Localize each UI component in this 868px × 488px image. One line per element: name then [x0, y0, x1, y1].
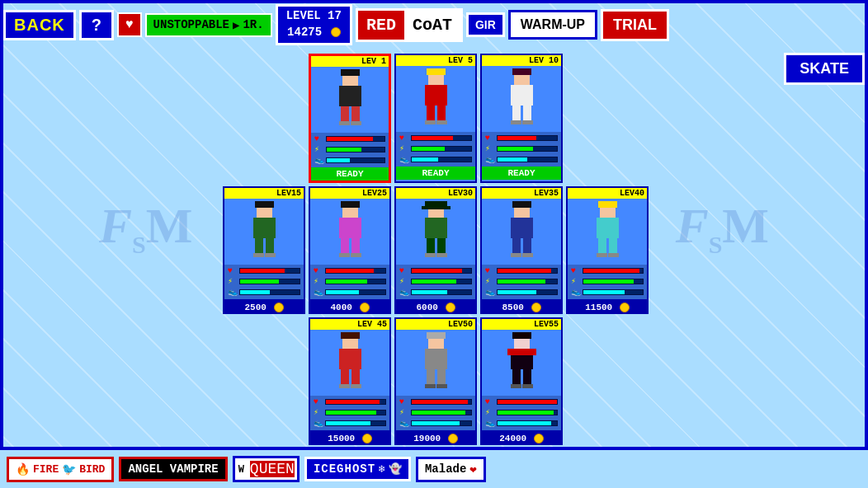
trial-button[interactable]: TRIAL: [601, 9, 669, 41]
unstoppable-suffix: 1R.: [243, 18, 263, 31]
svg-rect-25: [266, 238, 274, 253]
svg-rect-68: [437, 369, 446, 384]
char-wrapper-lev45[interactable]: LEV 45 ♥: [309, 317, 391, 445]
unstoppable-bar: UNSTOPPABLE ▶ 1R.: [145, 13, 272, 37]
queen-badge[interactable]: W QUEEN: [233, 456, 300, 482]
girl-button[interactable]: GIR: [466, 12, 505, 37]
stats-4: ♥ ⚡ 👟: [224, 265, 304, 299]
svg-rect-16: [511, 85, 533, 106]
svg-rect-69: [425, 384, 436, 388]
level-badge-8: LEV40: [568, 188, 647, 199]
queen-prefix: W: [235, 458, 248, 480]
sprite-4: [235, 199, 293, 265]
char-card-lev50[interactable]: LEV50 ♥: [394, 317, 477, 432]
watermark-right: FSM: [676, 198, 769, 259]
sprite-10: [407, 330, 465, 396]
svg-rect-41: [425, 253, 436, 257]
svg-rect-1: [341, 69, 360, 76]
price-6: 6000: [394, 301, 477, 314]
help-button[interactable]: ?: [79, 10, 114, 40]
level-badge-3: LEV 10: [482, 55, 561, 66]
lives-indicator: ♥: [117, 12, 142, 37]
svg-rect-40: [437, 238, 446, 253]
svg-rect-46: [512, 238, 521, 253]
fire-bird-badge[interactable]: 🔥 FIRE 🐦 BIRD: [7, 457, 114, 482]
stats-8: ♥ ⚡ 👟: [568, 265, 647, 299]
char-wrapper-lev55[interactable]: LEV55 ♥: [480, 317, 563, 445]
char-card-lev1[interactable]: LEV 1 ♥: [309, 54, 391, 183]
char-card-lev35[interactable]: LEV35 ♥: [480, 186, 563, 301]
stats-7: ♥ ⚡ 👟: [482, 265, 561, 299]
ice-ghost-label: ICEGHOST: [314, 462, 375, 476]
char-card-lev40[interactable]: LEV40 ♥: [566, 186, 649, 301]
level-badge-6: LEV30: [396, 188, 475, 199]
skate-button[interactable]: SKATE: [784, 53, 865, 85]
svg-rect-29: [341, 201, 360, 208]
price-8: 11500: [566, 301, 649, 314]
ghost-icon: 👻: [389, 462, 402, 476]
malade-badge[interactable]: Malade ❤: [416, 457, 486, 482]
sprite-9: [321, 330, 379, 396]
char-wrapper-lev30[interactable]: LEV30 ♥: [394, 186, 477, 314]
svg-rect-47: [523, 238, 531, 253]
svg-rect-18: [523, 106, 531, 120]
svg-rect-45: [511, 218, 533, 238]
svg-rect-19: [511, 120, 521, 124]
price-7: 8500: [480, 301, 563, 314]
char-wrapper-lev25[interactable]: LEV25 ♥: [309, 186, 391, 314]
svg-rect-70: [436, 384, 447, 388]
char-wrapper-lev15[interactable]: LEV15 ♥: [223, 186, 305, 314]
char-wrapper-lev40[interactable]: LEV40 ♥: [566, 186, 649, 314]
arrow-icon: ▶: [233, 18, 239, 32]
angel-vampire-label: ANGEL VAMPIRE: [128, 462, 218, 476]
coin-icon: [331, 27, 341, 37]
svg-rect-58: [341, 332, 360, 339]
svg-rect-67: [427, 369, 435, 384]
level-badge-7: LEV35: [482, 188, 561, 199]
coins-value: 14275: [286, 25, 342, 41]
sprite-7: [493, 199, 550, 265]
angel-vampire-badge[interactable]: ANGEL VAMPIRE: [119, 457, 227, 481]
sprite-3: [493, 66, 550, 132]
char-card-lev25[interactable]: LEV25 ♥: [309, 186, 391, 301]
ice-ghost-badge[interactable]: ICEGHOST ❄ 👻: [304, 457, 411, 481]
sprite-8: [578, 199, 636, 265]
heart-icon: ♥: [125, 17, 134, 32]
char-card-lev10[interactable]: LEV 10 ♥: [480, 54, 563, 183]
ready-label-1: READY: [311, 167, 389, 181]
sprite-11: [493, 330, 550, 396]
svg-rect-15: [512, 68, 531, 75]
malade-label: Malade: [425, 462, 466, 476]
char-card-lev5[interactable]: LEV 5 ♥: [394, 54, 477, 183]
char-card-lev15[interactable]: LEV15 ♥: [223, 186, 305, 301]
level-badge-10: LEV50: [396, 319, 475, 330]
char-wrapper-lev35[interactable]: LEV35 ♥: [480, 186, 563, 314]
stats-5: ♥ ⚡ 👟: [310, 265, 389, 299]
svg-rect-60: [341, 369, 349, 384]
svg-rect-39: [427, 238, 435, 253]
svg-rect-56: [608, 253, 619, 257]
svg-rect-9: [425, 85, 447, 106]
bottom-row: LEV 45 ♥: [223, 317, 649, 445]
stats-2: ♥ ⚡ 👟: [396, 132, 475, 167]
char-card-lev55[interactable]: LEV55 ♥: [480, 317, 563, 432]
svg-rect-32: [351, 238, 360, 253]
level-box: LEVEL 17 14275: [276, 4, 352, 45]
stats-11: ♥ ⚡ 👟: [482, 396, 561, 430]
level-label: LEVEL 17: [286, 8, 342, 25]
char-wrapper-lev50[interactable]: LEV50 ♥: [394, 317, 477, 445]
svg-rect-66: [425, 349, 447, 369]
svg-rect-62: [339, 384, 350, 388]
svg-rect-48: [511, 253, 521, 257]
price-10: 19000: [394, 432, 477, 445]
char-card-lev45[interactable]: LEV 45 ♥: [309, 317, 391, 432]
warmup-button[interactable]: WARM-UP: [508, 10, 597, 40]
level-badge-11: LEV55: [482, 319, 561, 330]
red-label: RED: [358, 11, 404, 40]
svg-rect-49: [522, 253, 533, 257]
svg-rect-22: [255, 201, 274, 208]
ready-label-3: READY: [482, 167, 561, 180]
sprite-6: [407, 199, 465, 265]
back-button[interactable]: BACK: [3, 10, 76, 40]
char-card-lev30[interactable]: LEV30 ♥: [394, 186, 477, 301]
